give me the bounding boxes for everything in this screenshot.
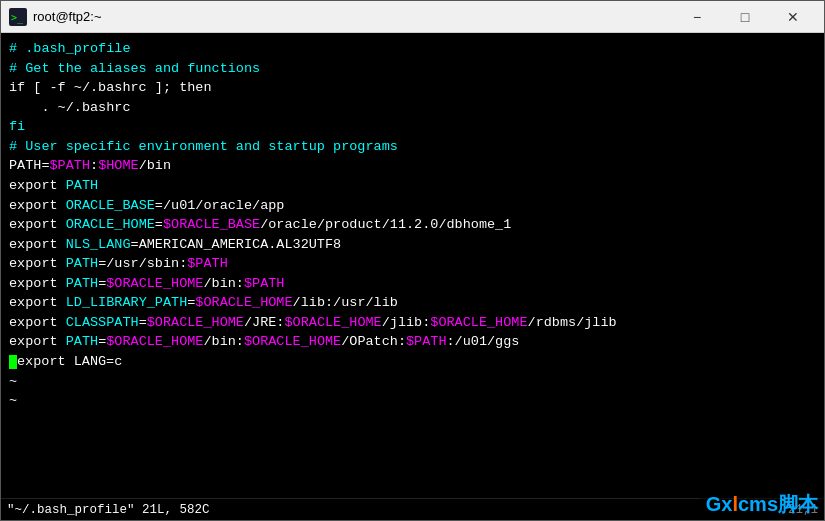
line-export-classpath: export CLASSPATH=$ORACLE_HOME/JRE:$ORACL… (9, 313, 816, 333)
line-5: . ~/.bashrc (9, 98, 816, 118)
line-export-oracle-base: export ORACLE_BASE=/u01/oracle/app (9, 196, 816, 216)
watermark-cms: cms脚本 (738, 493, 818, 515)
line-1: # .bash_profile (9, 39, 816, 59)
line-export-nls: export NLS_LANG=AMERICAN_AMERICA.AL32UTF… (9, 235, 816, 255)
watermark-text: Gxlcms脚本 (706, 493, 818, 515)
line-tilde-2: ~ (9, 391, 816, 411)
line-export-path3: export PATH=$ORACLE_HOME/bin:$PATH (9, 274, 816, 294)
line-export-ldlib: export LD_LIBRARY_PATH=$ORACLE_HOME/lib:… (9, 293, 816, 313)
svg-text:>_: >_ (11, 12, 24, 24)
line-export-path4: export PATH=$ORACLE_HOME/bin:$ORACLE_HOM… (9, 332, 816, 352)
window-title: root@ftp2:~ (33, 9, 674, 24)
cursor (9, 355, 17, 369)
line-10: PATH=$PATH:$HOME/bin (9, 156, 816, 176)
restore-button[interactable]: □ (722, 2, 768, 32)
minimize-button[interactable]: − (674, 2, 720, 32)
line-6: fi (9, 117, 816, 137)
line-4: if [ -f ~/.bashrc ]; then (9, 78, 816, 98)
terminal-content[interactable]: # .bash_profile # Get the aliases and fu… (1, 33, 824, 498)
statusbar-left: "~/.bash_profile" 21L, 582C (7, 503, 788, 517)
line-export-path: export PATH (9, 176, 816, 196)
close-button[interactable]: ✕ (770, 2, 816, 32)
watermark: Gxlcms脚本 (700, 489, 824, 520)
terminal-window: >_ root@ftp2:~ − □ ✕ # .bash_profile # G… (0, 0, 825, 521)
line-8: # User specific environment and startup … (9, 137, 816, 157)
line-export-oracle-home: export ORACLE_HOME=$ORACLE_BASE/oracle/p… (9, 215, 816, 235)
watermark-g: G (706, 493, 722, 515)
line-tilde-1: ~ (9, 372, 816, 392)
line-3: # Get the aliases and functions (9, 59, 816, 79)
window-controls: − □ ✕ (674, 2, 816, 32)
statusbar: "~/.bash_profile" 21L, 582C 21,1 Gxlcms脚… (1, 498, 824, 520)
watermark-x: x (721, 493, 732, 515)
app-icon: >_ (9, 8, 27, 26)
line-export-path2: export PATH=/usr/sbin:$PATH (9, 254, 816, 274)
line-export-lang: export LANG=c (9, 352, 816, 372)
titlebar: >_ root@ftp2:~ − □ ✕ (1, 1, 824, 33)
